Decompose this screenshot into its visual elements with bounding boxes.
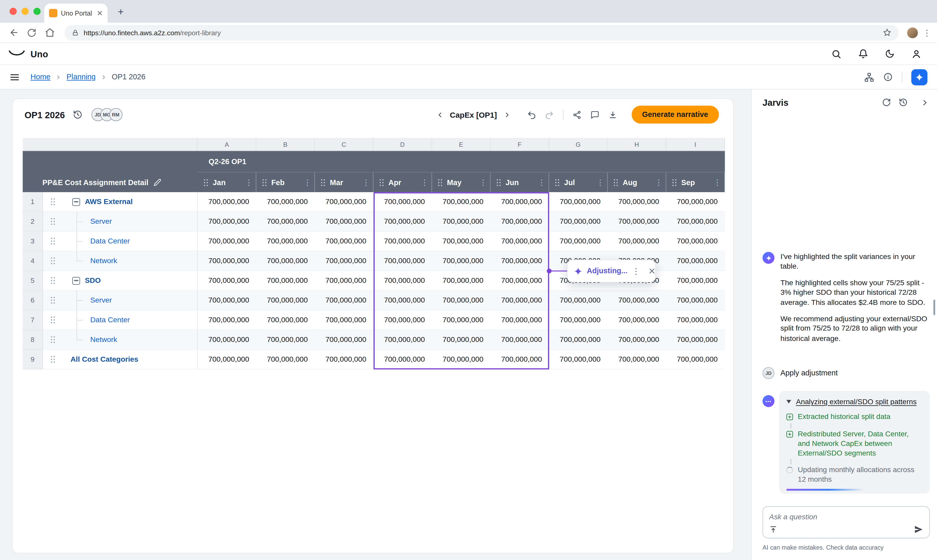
value-cell[interactable]: 700,000,000: [198, 310, 256, 330]
month-column-header[interactable]: Jan⋮: [198, 172, 256, 192]
drag-handle-icon[interactable]: [320, 178, 326, 186]
value-cell[interactable]: 700,000,000: [256, 232, 315, 251]
value-cell[interactable]: 700,000,000: [491, 192, 549, 212]
value-cell[interactable]: 700,000,000: [608, 232, 666, 251]
value-cell[interactable]: 700,000,000: [256, 192, 315, 212]
value-cell[interactable]: 700,000,000: [608, 350, 666, 369]
new-tab-button[interactable]: +: [113, 5, 128, 19]
drag-handle-icon[interactable]: [437, 178, 443, 186]
value-cell[interactable]: 700,000,000: [198, 192, 256, 212]
row-label-link[interactable]: Server: [90, 296, 112, 305]
value-cell[interactable]: 700,000,000: [666, 291, 725, 310]
value-cell[interactable]: 700,000,000: [198, 271, 256, 291]
column-menu-icon[interactable]: ⋮: [245, 178, 253, 186]
row-number[interactable]: 9: [23, 350, 43, 369]
drag-handle-icon[interactable]: [50, 257, 56, 265]
value-cell[interactable]: 700,000,000: [666, 212, 725, 232]
value-cell[interactable]: 700,000,000: [432, 310, 491, 330]
column-menu-icon[interactable]: ⋮: [362, 178, 370, 186]
value-cell[interactable]: 700,000,000: [198, 251, 256, 271]
chevron-right-icon[interactable]: [503, 111, 510, 118]
value-cell[interactable]: 700,000,000: [549, 291, 608, 310]
collaborator-avatar[interactable]: RM: [109, 108, 122, 122]
selection-anchor-dot[interactable]: [547, 269, 551, 273]
month-column-header[interactable]: Jul⋮: [549, 172, 608, 192]
value-cell[interactable]: 700,000,000: [491, 350, 549, 369]
comment-icon[interactable]: [590, 110, 599, 119]
column-menu-icon[interactable]: ⋮: [538, 178, 546, 186]
version-history-icon[interactable]: [73, 110, 82, 120]
browser-tab[interactable]: Uno Portal: [44, 4, 108, 23]
month-column-header[interactable]: Sep⋮: [666, 172, 725, 192]
back-icon[interactable]: [6, 25, 22, 40]
collapse-toggle-icon[interactable]: [73, 198, 80, 206]
refresh-chat-icon[interactable]: [882, 98, 891, 107]
value-cell[interactable]: 700,000,000: [374, 291, 432, 310]
row-label-link[interactable]: AWS External: [85, 198, 133, 206]
value-cell[interactable]: 700,000,000: [256, 291, 315, 310]
upload-icon[interactable]: [769, 525, 777, 534]
info-icon[interactable]: [883, 72, 893, 82]
row-label-link[interactable]: Data Center: [90, 316, 130, 324]
home-icon[interactable]: [42, 25, 57, 40]
column-menu-icon[interactable]: ⋮: [479, 178, 487, 186]
value-cell[interactable]: 700,000,000: [256, 212, 315, 232]
popover-menu-icon[interactable]: ⋮: [632, 266, 640, 276]
chat-history-icon[interactable]: [899, 98, 908, 107]
value-cell[interactable]: 700,000,000: [374, 310, 432, 330]
value-cell[interactable]: 700,000,000: [315, 330, 374, 350]
value-cell[interactable]: 700,000,000: [374, 192, 432, 212]
value-cell[interactable]: 700,000,000: [432, 251, 491, 271]
column-menu-icon[interactable]: ⋮: [655, 178, 663, 186]
column-letter-header[interactable]: I: [666, 138, 725, 151]
drag-handle-icon[interactable]: [50, 237, 56, 245]
bookmark-star-icon[interactable]: [883, 28, 892, 37]
row-number[interactable]: 2: [23, 212, 43, 232]
value-cell[interactable]: 700,000,000: [315, 310, 374, 330]
drag-handle-icon[interactable]: [379, 178, 384, 186]
download-icon[interactable]: [608, 110, 617, 119]
tab-close-icon[interactable]: [97, 10, 103, 16]
value-cell[interactable]: 700,000,000: [666, 192, 725, 212]
value-cell[interactable]: 700,000,000: [432, 232, 491, 251]
value-cell[interactable]: 700,000,000: [491, 212, 549, 232]
value-cell[interactable]: 700,000,000: [198, 291, 256, 310]
drag-handle-icon[interactable]: [555, 178, 560, 186]
column-letter-header[interactable]: A: [198, 138, 256, 151]
value-cell[interactable]: 700,000,000: [198, 212, 256, 232]
row-number[interactable]: 5: [23, 271, 43, 291]
macos-zoom-button[interactable]: [34, 8, 41, 15]
value-cell[interactable]: 700,000,000: [256, 310, 315, 330]
column-menu-icon[interactable]: ⋮: [596, 178, 604, 186]
value-cell[interactable]: 700,000,000: [432, 350, 491, 369]
value-cell[interactable]: 700,000,000: [549, 232, 608, 251]
value-cell[interactable]: 700,000,000: [256, 350, 315, 369]
value-cell[interactable]: 700,000,000: [256, 251, 315, 271]
collapse-panel-chevron-icon[interactable]: [921, 98, 929, 106]
dark-mode-moon-icon[interactable]: [885, 49, 895, 58]
collapse-toggle-icon[interactable]: [73, 277, 80, 285]
notifications-bell-icon[interactable]: [858, 49, 868, 59]
drag-handle-icon[interactable]: [50, 276, 56, 285]
value-cell[interactable]: 700,000,000: [198, 350, 256, 369]
popover-close-icon[interactable]: [648, 267, 656, 275]
value-cell[interactable]: 700,000,000: [374, 350, 432, 369]
redo-icon[interactable]: [545, 110, 554, 119]
analysis-title[interactable]: Analyzing external/SDO split patterns: [796, 397, 917, 406]
value-cell[interactable]: 700,000,000: [549, 350, 608, 369]
value-cell[interactable]: 700,000,000: [608, 291, 666, 310]
row-number[interactable]: 7: [23, 310, 43, 330]
value-cell[interactable]: 700,000,000: [315, 192, 374, 212]
value-cell[interactable]: 700,000,000: [256, 271, 315, 291]
value-cell[interactable]: 700,000,000: [666, 232, 725, 251]
month-column-header[interactable]: Aug⋮: [608, 172, 666, 192]
month-column-header[interactable]: Feb⋮: [256, 172, 315, 192]
value-cell[interactable]: 700,000,000: [198, 330, 256, 350]
row-label-link[interactable]: Network: [90, 257, 117, 265]
value-cell[interactable]: 700,000,000: [608, 330, 666, 350]
generate-narrative-button[interactable]: Generate narrative: [631, 106, 719, 124]
row-label-link[interactable]: Server: [90, 217, 112, 226]
chat-input-box[interactable]: [763, 506, 930, 538]
column-letter-header[interactable]: B: [256, 138, 315, 151]
edit-pencil-icon[interactable]: [154, 178, 162, 186]
